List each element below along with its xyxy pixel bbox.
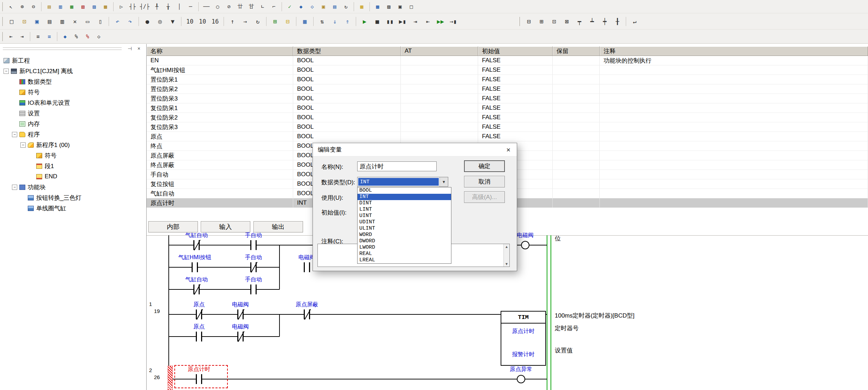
signed-decimal-view-icon[interactable]: 10 (197, 15, 208, 27)
program-check-icon[interactable]: ✓ (284, 1, 295, 12)
go-to-rung-icon[interactable]: ↑ (226, 15, 238, 27)
align-middle-icon[interactable]: ┯ (573, 15, 585, 27)
protection-icon[interactable]: ◇ (94, 31, 104, 42)
close-panel-icon[interactable]: × (134, 45, 143, 52)
dropdown-option[interactable]: DWORD (358, 238, 451, 244)
diff-instruction-icon[interactable]: 甘 (246, 1, 257, 12)
out-coil-icon[interactable]: ○ (212, 1, 223, 12)
scroll-up-icon[interactable]: ▲ (505, 244, 508, 249)
zoom-in-icon[interactable]: ⊕ (17, 1, 27, 12)
horizontal-wire-icon[interactable]: ─ (185, 1, 196, 12)
column-header[interactable]: 初始值 (478, 46, 553, 56)
view-diagram-icon[interactable]: ▤ (44, 1, 54, 12)
long-wire-icon[interactable]: ── (201, 1, 212, 12)
column-header[interactable]: 注释 (600, 46, 868, 56)
replace-icon[interactable]: ◎ (154, 15, 166, 27)
find-icon[interactable]: ● (141, 15, 153, 27)
watch-icon[interactable]: ▨ (384, 1, 394, 12)
nc-contact-icon[interactable]: ┤/├ (139, 1, 151, 12)
tree-item[interactable]: 符号 (0, 87, 146, 97)
chevron-down-icon[interactable]: ▼ (439, 177, 448, 186)
paste-icon[interactable]: ▯ (94, 15, 106, 27)
usage-rate-icon[interactable]: % (82, 31, 93, 42)
tree-item[interactable]: 数据类型 (0, 76, 146, 87)
cut-icon[interactable]: ✕ (69, 15, 81, 27)
comment-scrollbar[interactable]: ▲ ▼ (503, 244, 509, 267)
tree-item[interactable]: 新工程 (0, 55, 146, 66)
open-file-icon[interactable]: ⊡ (18, 15, 30, 27)
tab-internal[interactable]: 内部 (148, 221, 198, 232)
no-contact-icon[interactable]: ┤├ (127, 1, 138, 12)
column-header[interactable]: 名称 (147, 46, 293, 56)
rung-comment-list-icon[interactable]: ≡ (33, 31, 43, 42)
sync-transfer-icon[interactable]: ⇅ (316, 15, 328, 27)
cancel-button[interactable]: 取消 (464, 176, 505, 187)
tree-item[interactable]: 符号 (0, 150, 146, 161)
new-file-icon[interactable]: □ (6, 15, 18, 27)
watch-window-icon[interactable]: ▨ (89, 1, 99, 12)
column-header[interactable]: 保留 (553, 46, 600, 56)
refresh-icon[interactable]: ↻ (252, 15, 264, 27)
column-header[interactable]: AT (401, 46, 478, 56)
tab-output[interactable]: 输出 (253, 221, 303, 232)
print-icon[interactable]: ▤ (44, 15, 56, 27)
hex-view-icon[interactable]: 16 (209, 15, 221, 27)
dropdown-option[interactable]: BOOL (358, 187, 451, 194)
table-row[interactable]: 复位防呆1BOOLFALSE (147, 103, 868, 113)
scan-run-icon[interactable]: →▮ (447, 15, 459, 27)
tree-item[interactable]: −功能块 (0, 182, 146, 192)
table-row[interactable]: 气缸HMI按钮BOOLFALSE (147, 65, 868, 75)
select-mode-icon[interactable]: ▷ (116, 1, 127, 12)
zoom-out-icon[interactable]: ⊖ (28, 1, 39, 12)
tree-item[interactable]: −程序 (0, 129, 146, 140)
step-run-icon[interactable]: ▶▮ (397, 15, 409, 27)
auto-online-icon[interactable]: ⊟ (282, 15, 294, 27)
tree-item[interactable]: 按钮转换_三色灯 (0, 192, 146, 203)
table-row[interactable]: 置位防呆1BOOLFALSE (147, 75, 868, 84)
timer-instruction-icon[interactable]: ∟ (257, 1, 268, 12)
view-mnemonic-icon[interactable]: ▥ (55, 1, 66, 12)
dropdown-option[interactable]: LREAL (358, 257, 451, 263)
fb-ratio-icon[interactable]: % (71, 31, 82, 42)
fb-define-icon[interactable]: ◇ (307, 1, 317, 12)
dialog-titlebar[interactable]: 编辑变量 (313, 143, 517, 156)
align-bottom-icon[interactable]: ┷ (586, 15, 598, 27)
align-top-icon[interactable]: ⊠ (561, 15, 573, 27)
io-table-view-icon[interactable]: ▧ (78, 1, 88, 12)
step-over-icon[interactable]: ⇤ (422, 15, 434, 27)
toolbar-grip[interactable] (1, 32, 3, 41)
work-online-icon[interactable]: ⊞ (269, 15, 281, 27)
copy-icon[interactable]: ▭ (82, 15, 94, 27)
dropdown-option[interactable]: INT (358, 194, 451, 200)
outdent-icon[interactable]: ⇤ (6, 31, 16, 42)
print-preview-icon[interactable]: ▥ (56, 15, 68, 27)
panel-grip[interactable] (3, 47, 122, 50)
go-to-address-icon[interactable]: → (239, 15, 251, 27)
bookmark-icon[interactable]: ▼ (167, 15, 179, 27)
force-set-icon[interactable]: ▣ (395, 1, 405, 12)
close-icon[interactable]: × (500, 143, 517, 156)
tree-expander-icon[interactable]: − (20, 142, 26, 148)
update-fb-icon[interactable]: ↻ (341, 1, 351, 12)
tree-item[interactable]: −新程序1 (00) (0, 140, 146, 150)
fb-instance-icon[interactable]: ◆ (296, 1, 306, 12)
indent-icon[interactable]: ⇥ (17, 31, 27, 42)
tree-item[interactable]: 设置 (0, 108, 146, 119)
dropdown-option[interactable]: REAL (358, 251, 451, 257)
tree-expander-icon[interactable]: − (12, 185, 17, 190)
table-row[interactable]: 复位防呆2BOOLFALSE (147, 113, 868, 122)
table-row[interactable]: 原点BOOLFALSE (147, 132, 868, 141)
add-symbol-icon[interactable]: ▣ (318, 1, 329, 12)
fb-generate-icon[interactable]: ◆ (60, 31, 70, 42)
or-no-contact-icon[interactable]: ╀ (152, 1, 162, 12)
tree-item[interactable]: 内存 (0, 119, 146, 129)
undo-icon[interactable]: ↶ (111, 15, 123, 27)
stop-icon[interactable]: ■ (371, 15, 383, 27)
name-input[interactable]: 原点计时 (357, 161, 437, 171)
io-comment-list-icon[interactable]: ≡ (44, 31, 54, 42)
redo-icon[interactable]: ↷ (124, 15, 136, 27)
online-edit-icon[interactable]: ▦ (356, 1, 367, 12)
download-icon[interactable]: ⇓ (329, 15, 341, 27)
toolbar-grip[interactable] (519, 17, 520, 26)
tree-item[interactable]: END (0, 171, 146, 182)
